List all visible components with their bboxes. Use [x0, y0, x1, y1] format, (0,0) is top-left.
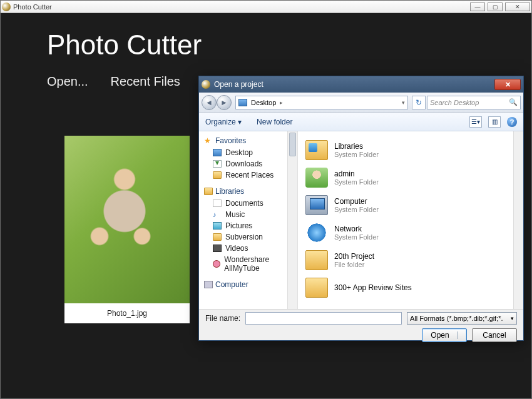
thumbnail-caption: Photo_1.jpg [64, 303, 190, 323]
app-icon [2, 3, 11, 11]
folder-icon [305, 278, 328, 298]
file-item-libraries[interactable]: LibrariesSystem Folder [300, 136, 521, 164]
file-item-admin[interactable]: adminSystem Folder [300, 164, 521, 191]
pictures-icon [213, 222, 222, 230]
preview-pane-button[interactable]: ▥ [488, 116, 501, 128]
folder-icon [213, 233, 222, 241]
cancel-button[interactable]: Cancel [472, 328, 517, 342]
close-button[interactable]: ✕ [505, 3, 530, 11]
desktop-icon [213, 149, 222, 156]
breadcrumb-bar[interactable]: Desktop ▸ ▾ [235, 96, 408, 109]
tree-libraries[interactable]: Libraries [215, 187, 244, 196]
organize-menu[interactable]: Organize ▾ [205, 118, 242, 126]
downloads-icon [213, 160, 222, 168]
nav-forward-button[interactable]: ► [217, 95, 232, 110]
tree-item-music[interactable]: ♪Music [204, 209, 295, 220]
search-icon: 🔍 [509, 98, 518, 106]
menu-open[interactable]: Open... [47, 74, 88, 89]
menu-recent[interactable]: Recent Files [111, 74, 180, 89]
network-icon [305, 223, 328, 243]
search-placeholder: Search Desktop [430, 99, 479, 106]
user-icon [305, 168, 328, 188]
open-dialog: Open a project ✕ ◄ ► Desktop ▸ ▾ ↻ Searc… [198, 76, 524, 341]
file-name-label: File name: [205, 314, 240, 323]
tree-item-desktop[interactable]: Desktop [204, 147, 295, 158]
file-item-300-app-review[interactable]: 300+ App Review Sites [300, 274, 521, 301]
libraries-icon [305, 140, 328, 160]
music-icon: ♪ [213, 211, 222, 218]
thumbnail-image [64, 136, 190, 303]
chevron-down-icon[interactable]: ▾ [402, 99, 405, 106]
file-item-20th-project[interactable]: 20th ProjectFile folder [300, 246, 521, 274]
search-input[interactable]: Search Desktop 🔍 [427, 96, 521, 109]
file-list-scrollbar[interactable] [513, 131, 523, 309]
video-icon [213, 245, 222, 252]
file-item-computer[interactable]: ComputerSystem Folder [300, 191, 521, 219]
window-title: Photo Cutter [13, 3, 52, 11]
tree-scrollbar[interactable] [287, 131, 297, 309]
breadcrumb-text: Desktop [251, 99, 276, 106]
title-bar: Photo Cutter — ▢ ✕ [1, 1, 531, 13]
nav-back-button[interactable]: ◄ [202, 95, 217, 110]
tree-item-pictures[interactable]: Pictures [204, 220, 295, 231]
refresh-button[interactable]: ↻ [412, 96, 426, 109]
desktop-icon [238, 99, 247, 106]
tree-item-downloads[interactable]: Downloads [204, 158, 295, 169]
dialog-footer: File name: All Formats (*.bmp;*.dib;*.gi… [199, 309, 523, 340]
dialog-body: ★Favorites Desktop Downloads Recent Plac… [199, 131, 523, 309]
tree-computer[interactable]: Computer [215, 280, 248, 289]
tree-favorites[interactable]: Favorites [215, 136, 246, 145]
caret-down-icon: ▾ [511, 315, 514, 321]
dialog-app-icon [202, 80, 210, 89]
dialog-nav-bar: ◄ ► Desktop ▸ ▾ ↻ Search Desktop 🔍 [199, 93, 523, 113]
folder-icon [213, 171, 222, 179]
app-folder-icon [213, 260, 220, 268]
new-folder-button[interactable]: New folder [257, 118, 292, 126]
file-item-network[interactable]: NetworkSystem Folder [300, 219, 521, 246]
main-window: Photo Cutter — ▢ ✕ Photo Cutter Open... … [0, 0, 532, 399]
computer-icon [204, 281, 213, 288]
nav-tree[interactable]: ★Favorites Desktop Downloads Recent Plac… [199, 131, 298, 309]
file-name-input[interactable] [245, 312, 402, 325]
help-button[interactable]: ? [507, 117, 517, 127]
caret-down-icon: ▾ [238, 118, 242, 126]
document-icon [213, 200, 222, 207]
view-mode-button[interactable]: ☰▾ [469, 116, 482, 128]
recent-thumbnail[interactable]: Photo_1.jpg [64, 136, 190, 323]
chevron-right-icon: ▸ [280, 99, 283, 106]
dialog-close-button[interactable]: ✕ [494, 79, 521, 90]
folder-icon [305, 250, 328, 270]
dialog-title: Open a project [214, 80, 263, 89]
minimize-button[interactable]: — [470, 3, 485, 11]
dialog-toolbar: Organize ▾ New folder ☰▾ ▥ ? [199, 113, 523, 131]
computer-icon [305, 195, 328, 215]
open-button[interactable]: Open [422, 328, 467, 342]
file-list[interactable]: LibrariesSystem Folder adminSystem Folde… [298, 131, 523, 309]
libraries-icon [204, 188, 213, 195]
file-type-filter[interactable]: All Formats (*.bmp;*.dib;*.gif;*.▾ [407, 312, 517, 325]
maximize-button[interactable]: ▢ [488, 3, 503, 11]
tree-item-recent-places[interactable]: Recent Places [204, 169, 295, 181]
window-buttons: — ▢ ✕ [470, 3, 530, 11]
tree-item-documents[interactable]: Documents [204, 198, 295, 209]
app-brand: Photo Cutter [47, 29, 520, 61]
tree-item-wondershare[interactable]: Wondershare AllMyTube [204, 254, 295, 274]
tree-item-videos[interactable]: Videos [204, 243, 295, 254]
dialog-title-bar[interactable]: Open a project ✕ [199, 76, 523, 93]
star-icon: ★ [204, 137, 213, 144]
tree-item-subversion[interactable]: Subversion [204, 231, 295, 243]
